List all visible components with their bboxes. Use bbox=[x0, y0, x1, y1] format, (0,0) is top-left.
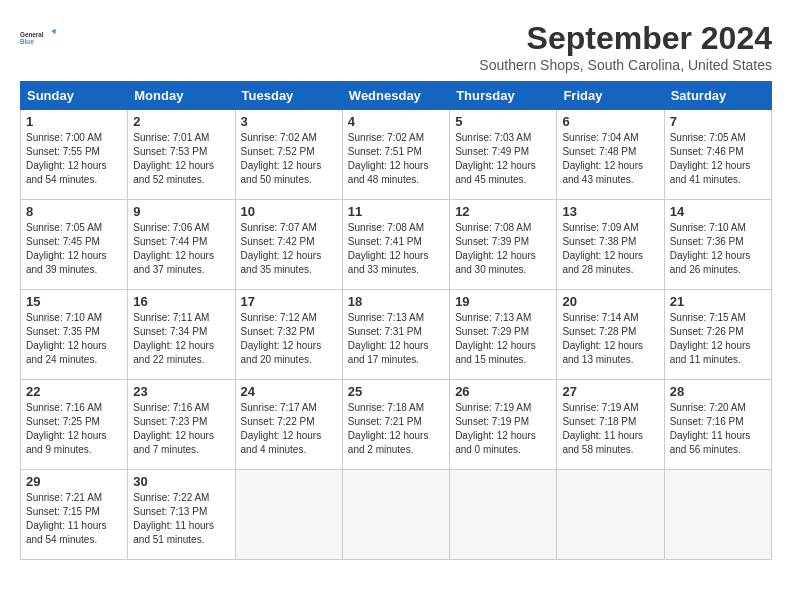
calendar-cell: 16 Sunrise: 7:11 AM Sunset: 7:34 PM Dayl… bbox=[128, 290, 235, 380]
day-info: Sunrise: 7:05 AM Sunset: 7:46 PM Dayligh… bbox=[670, 131, 766, 187]
day-info: Sunrise: 7:18 AM Sunset: 7:21 PM Dayligh… bbox=[348, 401, 444, 457]
day-number: 19 bbox=[455, 294, 551, 309]
calendar-cell: 13 Sunrise: 7:09 AM Sunset: 7:38 PM Dayl… bbox=[557, 200, 664, 290]
day-info: Sunrise: 7:05 AM Sunset: 7:45 PM Dayligh… bbox=[26, 221, 122, 277]
day-number: 23 bbox=[133, 384, 229, 399]
day-info: Sunrise: 7:04 AM Sunset: 7:48 PM Dayligh… bbox=[562, 131, 658, 187]
calendar-cell: 2 Sunrise: 7:01 AM Sunset: 7:53 PM Dayli… bbox=[128, 110, 235, 200]
calendar-week-4: 22 Sunrise: 7:16 AM Sunset: 7:25 PM Dayl… bbox=[21, 380, 772, 470]
column-header-wednesday: Wednesday bbox=[342, 82, 449, 110]
column-header-saturday: Saturday bbox=[664, 82, 771, 110]
day-number: 21 bbox=[670, 294, 766, 309]
day-info: Sunrise: 7:16 AM Sunset: 7:25 PM Dayligh… bbox=[26, 401, 122, 457]
calendar-cell: 22 Sunrise: 7:16 AM Sunset: 7:25 PM Dayl… bbox=[21, 380, 128, 470]
day-info: Sunrise: 7:10 AM Sunset: 7:36 PM Dayligh… bbox=[670, 221, 766, 277]
day-number: 28 bbox=[670, 384, 766, 399]
calendar-cell: 5 Sunrise: 7:03 AM Sunset: 7:49 PM Dayli… bbox=[450, 110, 557, 200]
column-header-thursday: Thursday bbox=[450, 82, 557, 110]
day-number: 18 bbox=[348, 294, 444, 309]
svg-text:General: General bbox=[20, 31, 44, 38]
calendar-week-1: 1 Sunrise: 7:00 AM Sunset: 7:55 PM Dayli… bbox=[21, 110, 772, 200]
column-header-friday: Friday bbox=[557, 82, 664, 110]
header-row: SundayMondayTuesdayWednesdayThursdayFrid… bbox=[21, 82, 772, 110]
calendar-cell: 21 Sunrise: 7:15 AM Sunset: 7:26 PM Dayl… bbox=[664, 290, 771, 380]
day-info: Sunrise: 7:13 AM Sunset: 7:29 PM Dayligh… bbox=[455, 311, 551, 367]
day-number: 22 bbox=[26, 384, 122, 399]
day-number: 5 bbox=[455, 114, 551, 129]
day-number: 7 bbox=[670, 114, 766, 129]
day-number: 24 bbox=[241, 384, 337, 399]
day-number: 11 bbox=[348, 204, 444, 219]
day-number: 12 bbox=[455, 204, 551, 219]
calendar-cell: 6 Sunrise: 7:04 AM Sunset: 7:48 PM Dayli… bbox=[557, 110, 664, 200]
logo: GeneralBlue bbox=[20, 20, 56, 56]
day-info: Sunrise: 7:14 AM Sunset: 7:28 PM Dayligh… bbox=[562, 311, 658, 367]
day-number: 20 bbox=[562, 294, 658, 309]
calendar-cell: 12 Sunrise: 7:08 AM Sunset: 7:39 PM Dayl… bbox=[450, 200, 557, 290]
day-number: 15 bbox=[26, 294, 122, 309]
day-info: Sunrise: 7:09 AM Sunset: 7:38 PM Dayligh… bbox=[562, 221, 658, 277]
calendar-cell: 15 Sunrise: 7:10 AM Sunset: 7:35 PM Dayl… bbox=[21, 290, 128, 380]
day-info: Sunrise: 7:15 AM Sunset: 7:26 PM Dayligh… bbox=[670, 311, 766, 367]
calendar-cell: 24 Sunrise: 7:17 AM Sunset: 7:22 PM Dayl… bbox=[235, 380, 342, 470]
day-number: 16 bbox=[133, 294, 229, 309]
calendar-cell: 14 Sunrise: 7:10 AM Sunset: 7:36 PM Dayl… bbox=[664, 200, 771, 290]
calendar-cell: 20 Sunrise: 7:14 AM Sunset: 7:28 PM Dayl… bbox=[557, 290, 664, 380]
calendar-cell: 8 Sunrise: 7:05 AM Sunset: 7:45 PM Dayli… bbox=[21, 200, 128, 290]
calendar-cell: 26 Sunrise: 7:19 AM Sunset: 7:19 PM Dayl… bbox=[450, 380, 557, 470]
calendar-cell: 3 Sunrise: 7:02 AM Sunset: 7:52 PM Dayli… bbox=[235, 110, 342, 200]
svg-text:Blue: Blue bbox=[20, 38, 34, 45]
day-info: Sunrise: 7:08 AM Sunset: 7:39 PM Dayligh… bbox=[455, 221, 551, 277]
day-number: 27 bbox=[562, 384, 658, 399]
calendar-week-5: 29 Sunrise: 7:21 AM Sunset: 7:15 PM Dayl… bbox=[21, 470, 772, 560]
day-number: 8 bbox=[26, 204, 122, 219]
column-header-monday: Monday bbox=[128, 82, 235, 110]
calendar-cell: 9 Sunrise: 7:06 AM Sunset: 7:44 PM Dayli… bbox=[128, 200, 235, 290]
calendar-cell bbox=[342, 470, 449, 560]
day-info: Sunrise: 7:10 AM Sunset: 7:35 PM Dayligh… bbox=[26, 311, 122, 367]
day-info: Sunrise: 7:16 AM Sunset: 7:23 PM Dayligh… bbox=[133, 401, 229, 457]
month-title: September 2024 bbox=[479, 20, 772, 57]
calendar-cell: 18 Sunrise: 7:13 AM Sunset: 7:31 PM Dayl… bbox=[342, 290, 449, 380]
day-info: Sunrise: 7:22 AM Sunset: 7:13 PM Dayligh… bbox=[133, 491, 229, 547]
calendar-table: SundayMondayTuesdayWednesdayThursdayFrid… bbox=[20, 81, 772, 560]
day-info: Sunrise: 7:19 AM Sunset: 7:19 PM Dayligh… bbox=[455, 401, 551, 457]
calendar-cell: 23 Sunrise: 7:16 AM Sunset: 7:23 PM Dayl… bbox=[128, 380, 235, 470]
calendar-cell: 4 Sunrise: 7:02 AM Sunset: 7:51 PM Dayli… bbox=[342, 110, 449, 200]
day-info: Sunrise: 7:07 AM Sunset: 7:42 PM Dayligh… bbox=[241, 221, 337, 277]
day-info: Sunrise: 7:19 AM Sunset: 7:18 PM Dayligh… bbox=[562, 401, 658, 457]
calendar-cell: 28 Sunrise: 7:20 AM Sunset: 7:16 PM Dayl… bbox=[664, 380, 771, 470]
day-number: 29 bbox=[26, 474, 122, 489]
header: GeneralBlue September 2024 Southern Shop… bbox=[20, 20, 772, 73]
day-info: Sunrise: 7:02 AM Sunset: 7:52 PM Dayligh… bbox=[241, 131, 337, 187]
day-number: 1 bbox=[26, 114, 122, 129]
day-number: 26 bbox=[455, 384, 551, 399]
day-info: Sunrise: 7:02 AM Sunset: 7:51 PM Dayligh… bbox=[348, 131, 444, 187]
day-number: 10 bbox=[241, 204, 337, 219]
day-info: Sunrise: 7:08 AM Sunset: 7:41 PM Dayligh… bbox=[348, 221, 444, 277]
day-number: 17 bbox=[241, 294, 337, 309]
calendar-cell bbox=[557, 470, 664, 560]
calendar-cell bbox=[450, 470, 557, 560]
day-info: Sunrise: 7:01 AM Sunset: 7:53 PM Dayligh… bbox=[133, 131, 229, 187]
day-number: 3 bbox=[241, 114, 337, 129]
column-header-tuesday: Tuesday bbox=[235, 82, 342, 110]
calendar-cell: 1 Sunrise: 7:00 AM Sunset: 7:55 PM Dayli… bbox=[21, 110, 128, 200]
day-info: Sunrise: 7:00 AM Sunset: 7:55 PM Dayligh… bbox=[26, 131, 122, 187]
calendar-cell: 27 Sunrise: 7:19 AM Sunset: 7:18 PM Dayl… bbox=[557, 380, 664, 470]
day-number: 2 bbox=[133, 114, 229, 129]
calendar-cell: 11 Sunrise: 7:08 AM Sunset: 7:41 PM Dayl… bbox=[342, 200, 449, 290]
calendar-cell: 17 Sunrise: 7:12 AM Sunset: 7:32 PM Dayl… bbox=[235, 290, 342, 380]
calendar-cell: 29 Sunrise: 7:21 AM Sunset: 7:15 PM Dayl… bbox=[21, 470, 128, 560]
calendar-cell: 30 Sunrise: 7:22 AM Sunset: 7:13 PM Dayl… bbox=[128, 470, 235, 560]
day-number: 6 bbox=[562, 114, 658, 129]
title-area: September 2024 Southern Shops, South Car… bbox=[479, 20, 772, 73]
calendar-cell: 7 Sunrise: 7:05 AM Sunset: 7:46 PM Dayli… bbox=[664, 110, 771, 200]
day-number: 9 bbox=[133, 204, 229, 219]
day-info: Sunrise: 7:06 AM Sunset: 7:44 PM Dayligh… bbox=[133, 221, 229, 277]
calendar-week-2: 8 Sunrise: 7:05 AM Sunset: 7:45 PM Dayli… bbox=[21, 200, 772, 290]
day-info: Sunrise: 7:11 AM Sunset: 7:34 PM Dayligh… bbox=[133, 311, 229, 367]
calendar-cell: 10 Sunrise: 7:07 AM Sunset: 7:42 PM Dayl… bbox=[235, 200, 342, 290]
day-number: 4 bbox=[348, 114, 444, 129]
day-info: Sunrise: 7:17 AM Sunset: 7:22 PM Dayligh… bbox=[241, 401, 337, 457]
